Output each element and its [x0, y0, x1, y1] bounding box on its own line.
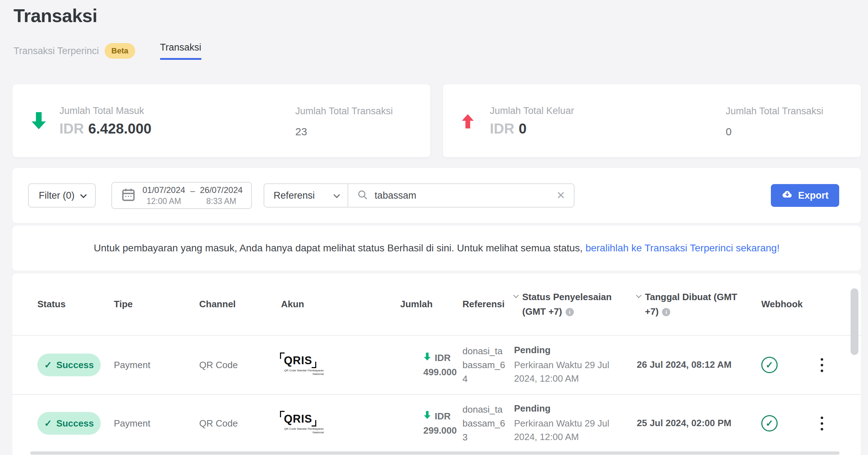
notice-link[interactable]: beralihlah ke Transaksi Terperinci sekar…	[586, 242, 780, 253]
status-badge: ✓ Success	[37, 354, 101, 376]
channel-cell: QR Code	[199, 360, 281, 371]
akun-cell: QRIS QR Code Standar Pembayaran Nasional	[281, 354, 400, 376]
transactions-table: Status Tipe Channel Akun Jumlah Referens…	[12, 273, 861, 455]
start-date: 01/07/2024	[143, 185, 185, 195]
chevron-down-icon	[80, 192, 86, 198]
currency-code: IDR	[59, 121, 84, 136]
col-webhook: Webhook	[761, 297, 804, 311]
info-icon[interactable]: i	[566, 308, 574, 316]
arrow-down-icon	[423, 352, 431, 364]
created-cell: 26 Jul 2024, 08:12 AM	[637, 358, 761, 372]
status-badge: ✓ Success	[37, 412, 101, 435]
count-label: Jumlah Total Transaksi	[726, 104, 843, 119]
transaction-count-out: 0	[726, 126, 843, 138]
beta-badge: Beta	[105, 43, 135, 59]
total-amount-out: 0	[519, 121, 526, 136]
search-input[interactable]	[375, 190, 550, 201]
kebab-menu-icon[interactable]	[819, 414, 825, 433]
arrow-up-icon	[461, 111, 479, 131]
col-akun: Akun	[281, 299, 400, 310]
tab-label: Transaksi	[160, 42, 201, 53]
col-tipe: Tipe	[114, 299, 199, 310]
search-category-label: Referensi	[274, 190, 315, 201]
jumlah-cell: IDR 299.000	[400, 410, 462, 436]
col-referensi: Referensi	[462, 299, 514, 310]
cloud-download-icon	[782, 189, 793, 203]
webhook-cell: ✓	[761, 357, 804, 373]
vertical-scrollbar[interactable]	[851, 288, 858, 355]
col-channel: Channel	[199, 299, 281, 310]
col-status-penyelesaian[interactable]: Status Penyelesaian (GMT +7)i	[514, 290, 637, 319]
summary-card-outgoing: Jumlah Total Keluar IDR0 Jumlah Total Tr…	[443, 84, 861, 157]
info-icon[interactable]: i	[662, 308, 670, 316]
search-icon	[357, 189, 368, 202]
summary-card-incoming: Jumlah Total Masuk IDR6.428.000 Jumlah T…	[12, 84, 430, 157]
tab-transaksi[interactable]: Transaksi	[160, 42, 201, 60]
kebab-menu-icon[interactable]	[819, 356, 825, 374]
col-jumlah: Jumlah	[400, 299, 462, 310]
table-row: ✓ Success Payment QR Code QRIS QR Code S…	[12, 395, 861, 452]
jumlah-cell: IDR 499.000	[400, 352, 462, 378]
check-icon: ✓	[44, 360, 52, 371]
calendar-icon	[121, 187, 136, 204]
card-label: Jumlah Total Masuk	[59, 105, 295, 116]
akun-cell: QRIS QR Code Standar Pembayaran Nasional	[281, 412, 400, 435]
tab-label: Transaksi Terperinci	[14, 46, 99, 57]
settlement-cell: Pending Perkiraan Waktu 29 Jul 2024, 12:…	[514, 345, 637, 385]
checkmark-circle-icon: ✓	[761, 357, 778, 373]
clear-icon[interactable]: ✕	[556, 190, 565, 201]
export-label: Export	[798, 190, 829, 201]
notice-text: Untuk pembayaran yang masuk, Anda hanya …	[94, 242, 780, 254]
date-range-picker[interactable]: 01/07/2024 12:00 AM – 26/07/2024 8:33 AM	[111, 182, 252, 209]
table-row: ✓ Success Payment QR Code QRIS QR Code S…	[12, 336, 861, 395]
checkmark-circle-icon: ✓	[761, 415, 778, 432]
end-time: 8:33 AM	[200, 197, 243, 206]
filter-button-label: Filter (0)	[39, 190, 75, 201]
arrow-down-icon	[30, 111, 49, 131]
col-status: Status	[37, 299, 114, 310]
count-label: Jumlah Total Transaksi	[295, 104, 413, 119]
start-time: 12:00 AM	[143, 197, 185, 206]
created-cell: 25 Jul 2024, 02:00 PM	[637, 417, 761, 430]
page-title: Transaksi	[14, 5, 97, 26]
date-separator: –	[190, 186, 195, 196]
filter-button[interactable]: Filter (0)	[28, 183, 96, 208]
horizontal-scrollbar[interactable]	[30, 451, 840, 455]
export-button[interactable]: Export	[771, 184, 839, 207]
end-date: 26/07/2024	[200, 185, 243, 195]
check-icon: ✓	[44, 418, 52, 429]
tab-transaksi-terperinci[interactable]: Transaksi Terperinci Beta	[14, 43, 135, 59]
col-tanggal-dibuat[interactable]: Tanggal Dibuat (GMT +7)i	[637, 290, 761, 319]
referensi-cell: donasi_tabassam_63	[462, 403, 514, 444]
transaction-count-in: 23	[295, 126, 413, 138]
table-header: Status Tipe Channel Akun Jumlah Referens…	[12, 273, 861, 336]
filter-panel: Filter (0) 01/07/2024 12:00 AM	[12, 168, 861, 223]
sort-chevron-icon	[513, 293, 519, 298]
qris-logo: QRIS QR Code Standar Pembayaran Nasional	[281, 412, 324, 435]
sort-chevron-icon	[636, 293, 642, 298]
tipe-cell: Payment	[114, 360, 199, 371]
total-amount-in: 6.428.000	[88, 121, 152, 136]
card-label: Jumlah Total Keluar	[490, 105, 726, 116]
notice-banner: Untuk pembayaran yang masuk, Anda hanya …	[12, 226, 861, 271]
tab-bar: Transaksi Terperinci Beta Transaksi	[14, 42, 201, 60]
webhook-cell: ✓	[761, 415, 804, 432]
settlement-cell: Pending Perkiraan Waktu 29 Jul 2024, 12:…	[514, 403, 637, 444]
channel-cell: QR Code	[199, 418, 281, 429]
tipe-cell: Payment	[114, 418, 199, 429]
search-control: Referensi ✕	[264, 183, 575, 208]
referensi-cell: donasi_tabassam_64	[462, 344, 514, 386]
currency-code: IDR	[490, 121, 514, 136]
chevron-down-icon	[334, 192, 340, 198]
search-category-select[interactable]: Referensi	[264, 184, 348, 207]
qris-logo: QRIS QR Code Standar Pembayaran Nasional	[281, 354, 324, 376]
arrow-down-icon	[423, 410, 431, 422]
